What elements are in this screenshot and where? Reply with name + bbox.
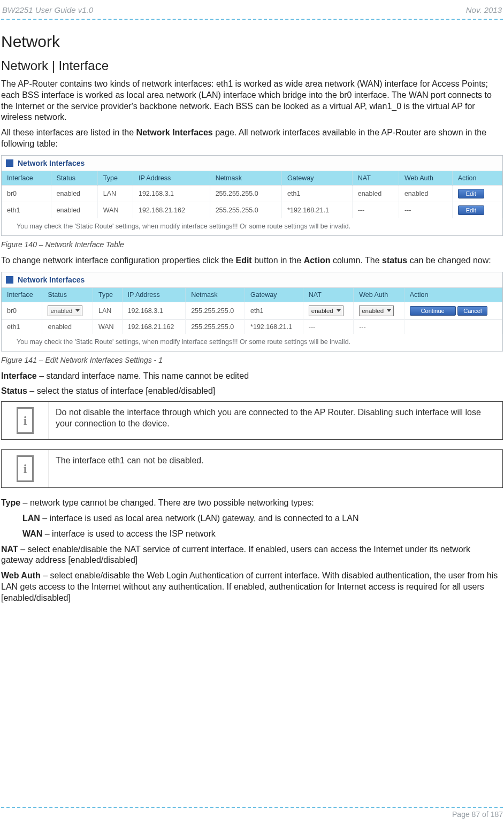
- footer-divider: [1, 807, 503, 808]
- edit-button[interactable]: Edit: [458, 205, 484, 215]
- continue-button[interactable]: Continue: [410, 306, 456, 316]
- col-interface: Interface: [2, 171, 51, 186]
- table-row: eth1 enabled WAN 192.168.21.162 255.255.…: [2, 319, 502, 334]
- table-row: eth1 enabled WAN 192.168.21.162 255.255.…: [2, 202, 502, 218]
- term-label: LAN: [22, 514, 40, 523]
- chevron-down-icon: [337, 309, 341, 312]
- note-box-1: i Do not disable the interface through w…: [1, 401, 503, 440]
- cell: 192.168.21.162: [122, 319, 186, 334]
- cell: enabled: [42, 319, 93, 334]
- cell: ---: [354, 319, 404, 334]
- term-desc: – interface is used as local area networ…: [40, 514, 359, 523]
- cell: [404, 319, 502, 334]
- cell: WAN: [97, 202, 133, 218]
- text-bold: Network Interfaces: [136, 128, 213, 137]
- cell: 255.255.255.0: [210, 185, 281, 202]
- cell: ---: [399, 202, 452, 218]
- term-label: Web Auth: [1, 571, 41, 580]
- def-webauth: Web Auth – select enable/disable the Web…: [1, 570, 503, 604]
- note-icon-cell: i: [2, 402, 49, 440]
- cell: 192.168.3.1: [133, 185, 210, 202]
- ni-table-edit: Interface Status Type IP Address Netmask…: [2, 288, 502, 334]
- def-wan: WAN – interface is used to access the IS…: [22, 529, 503, 540]
- cell: *192.168.21.1: [282, 202, 353, 218]
- edit-instruction-paragraph: To change network interface configuratio…: [1, 255, 503, 266]
- col-action: Action: [452, 171, 502, 186]
- cell: enabled: [51, 202, 97, 218]
- cell: WAN: [93, 319, 122, 334]
- cell: eth1: [245, 302, 303, 319]
- figure-140-caption: Figure 140 – Network Interface Table: [1, 240, 503, 249]
- header-left: BW2251 User Guide v1.0: [2, 5, 93, 14]
- col-webauth: Web Auth: [399, 171, 452, 186]
- info-icon: i: [17, 407, 34, 434]
- ni-table-note: You may check the 'Static Route' setting…: [2, 334, 502, 351]
- table-row-edit: br0 enabled LAN 192.168.3.1 255.255.255.…: [2, 302, 502, 319]
- cell: ---: [352, 202, 399, 218]
- col-nat: NAT: [303, 288, 353, 302]
- term-desc: – network type cannot be changed. There …: [20, 498, 314, 507]
- term-desc: – select enable/disable the NAT service …: [1, 545, 470, 565]
- cell: enabled: [352, 185, 399, 202]
- col-nat: NAT: [352, 171, 399, 186]
- intro-paragraph-2: All these interfaces are listed in the N…: [1, 127, 503, 150]
- def-interface: Interface – standard interface name. Thi…: [1, 371, 503, 382]
- cell-action: Continue Cancel: [404, 302, 502, 319]
- select-value: enabled: [50, 308, 72, 314]
- text-fragment: button in the: [252, 256, 304, 265]
- status-select[interactable]: enabled: [48, 305, 82, 316]
- webauth-select[interactable]: enabled: [359, 305, 394, 316]
- col-type: Type: [97, 171, 133, 186]
- intro-paragraph-1: The AP-Router contains two kinds of netw…: [1, 79, 503, 123]
- text-fragment: column. The: [330, 256, 382, 265]
- ni-panel-title: Network Interfaces: [2, 156, 502, 171]
- subsection-heading: Network | Interface: [1, 58, 503, 73]
- term-label: WAN: [22, 529, 42, 538]
- def-nat: NAT – select enable/disable the NAT serv…: [1, 544, 503, 567]
- cell-action: Edit: [452, 185, 502, 202]
- text-bold: Edit: [235, 256, 251, 265]
- cancel-button[interactable]: Cancel: [457, 306, 487, 316]
- col-status: Status: [51, 171, 97, 186]
- info-icon: i: [17, 455, 34, 482]
- col-status: Status: [42, 288, 93, 302]
- text-fragment: To change network interface configuratio…: [1, 256, 235, 265]
- term-desc: – select the status of interface [enable…: [27, 386, 215, 395]
- term-label: Status: [1, 386, 27, 395]
- cell: br0: [2, 302, 42, 319]
- text-fragment: can be changed now:: [407, 256, 491, 265]
- select-value: enabled: [311, 308, 333, 314]
- cell: eth1: [2, 319, 42, 334]
- col-action: Action: [404, 288, 502, 302]
- cell: LAN: [93, 302, 122, 319]
- chevron-down-icon: [75, 309, 80, 312]
- network-interfaces-screenshot-1: Network Interfaces Interface Status Type…: [1, 155, 503, 236]
- term-desc: – interface is used to access the ISP ne…: [42, 529, 215, 538]
- panel-title-text: Network Interfaces: [18, 276, 85, 284]
- panel-icon: [6, 159, 13, 167]
- col-type: Type: [93, 288, 122, 302]
- cell-webauth-select: enabled: [354, 302, 404, 319]
- cell: *192.168.21.1: [245, 319, 303, 334]
- ni-panel-title: Network Interfaces: [2, 272, 502, 288]
- page-footer: Page 87 of 187: [1, 807, 503, 819]
- cell: ---: [303, 319, 353, 334]
- note-text: The interface eth1 can not be disabled.: [49, 450, 503, 488]
- text-bold: status: [382, 256, 407, 265]
- edit-button[interactable]: Edit: [458, 189, 484, 198]
- select-value: enabled: [362, 308, 384, 314]
- term-label: NAT: [1, 545, 18, 554]
- note-box-2: i The interface eth1 can not be disabled…: [1, 449, 503, 488]
- table-row: br0 enabled LAN 192.168.3.1 255.255.255.…: [2, 185, 502, 202]
- cell: 255.255.255.0: [186, 319, 245, 334]
- note-text: Do not disable the interface through whi…: [49, 402, 503, 440]
- ni-table-view: Interface Status Type IP Address Netmask…: [2, 171, 502, 218]
- cell-status-select: enabled: [42, 302, 93, 319]
- term-desc: – select enable/disable the Web Login Au…: [1, 571, 498, 602]
- note-icon-cell: i: [2, 450, 49, 488]
- nat-select[interactable]: enabled: [309, 305, 343, 316]
- header-right: Nov. 2013: [466, 5, 502, 14]
- page-header: BW2251 User Guide v1.0 Nov. 2013: [1, 5, 503, 18]
- header-divider: [1, 19, 503, 20]
- text-bold: Action: [304, 256, 331, 265]
